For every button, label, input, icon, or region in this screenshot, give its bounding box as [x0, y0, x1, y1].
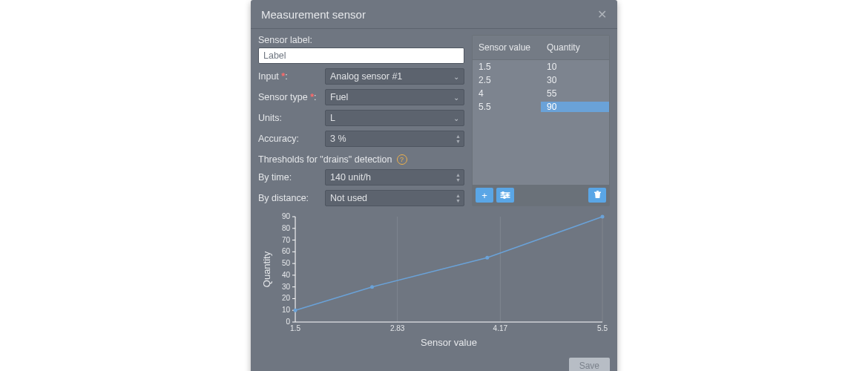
dialog-body: Sensor label: Label Input *: Analog sens… — [251, 29, 617, 355]
table-row[interactable]: 4 55 — [473, 87, 609, 100]
dialog-footer: Save — [251, 355, 617, 371]
accuracy-group: Accuracy: 3 % ▲▼ — [258, 131, 464, 147]
sensor-label-group: Sensor label: Label — [258, 35, 464, 64]
save-button[interactable]: Save — [569, 358, 610, 371]
thresholds-caption: Thresholds for "drains" detection — [258, 154, 392, 165]
cell-quantity: 55 — [541, 88, 609, 99]
by-distance-value: Not used — [330, 193, 367, 203]
help-icon[interactable]: ? — [397, 154, 407, 165]
spinner-icon[interactable]: ▲▼ — [456, 191, 461, 206]
trash-icon — [594, 190, 602, 201]
cell-quantity: 90 — [541, 102, 609, 112]
table-row[interactable]: 2.5 30 — [473, 73, 609, 87]
sensor-label-caption: Sensor label: — [258, 35, 464, 45]
chevron-down-icon: ⌄ — [453, 114, 459, 122]
svg-text:0: 0 — [286, 318, 290, 326]
svg-point-40 — [485, 256, 489, 260]
input-group: Input *: Analog sensor #1 ⌄ — [258, 68, 464, 85]
measurement-sensor-dialog: Measurement sensor ✕ Sensor label: Label… — [251, 0, 617, 371]
spinner-icon[interactable]: ▲▼ — [456, 170, 461, 185]
svg-text:90: 90 — [282, 212, 291, 220]
form-column: Sensor label: Label Input *: Analog sens… — [258, 35, 464, 206]
units-group: Units: L ⌄ — [258, 110, 464, 126]
settings-button[interactable] — [496, 188, 514, 203]
svg-text:Quantity: Quantity — [261, 251, 272, 287]
units-value: L — [330, 113, 335, 123]
sensor-type-select[interactable]: Fuel ⌄ — [325, 89, 464, 105]
svg-point-5 — [504, 196, 506, 198]
col-quantity: Quantity — [541, 42, 609, 53]
top-row: Sensor label: Label Input *: Analog sens… — [258, 35, 610, 206]
chevron-down-icon: ⌄ — [453, 93, 459, 102]
svg-text:2.83: 2.83 — [390, 324, 405, 332]
input-value: Analog sensor #1 — [330, 71, 402, 82]
plus-icon: + — [481, 190, 487, 201]
svg-point-3 — [502, 191, 504, 194]
table-row[interactable]: 1.5 10 — [473, 60, 609, 73]
svg-text:80: 80 — [282, 224, 291, 232]
units-select[interactable]: L ⌄ — [325, 110, 464, 126]
table-toolbar: + — [473, 185, 609, 206]
cell-sensor-value: 4 — [473, 88, 541, 99]
by-distance-input[interactable]: Not used ▲▼ — [325, 190, 464, 206]
sensor-type-caption: Sensor type *: — [258, 92, 320, 102]
accuracy-input[interactable]: 3 % ▲▼ — [325, 131, 464, 147]
dialog-header: Measurement sensor ✕ — [251, 0, 617, 29]
dialog-title: Measurement sensor — [261, 8, 366, 21]
input-select[interactable]: Analog sensor #1 ⌄ — [325, 68, 464, 85]
spinner-icon[interactable]: ▲▼ — [456, 131, 461, 146]
calibration-table: Sensor value Quantity 1.5 10 2.5 30 4 55 — [472, 35, 610, 206]
svg-rect-7 — [596, 191, 599, 192]
col-sensor-value: Sensor value — [473, 42, 541, 53]
svg-point-39 — [370, 285, 374, 289]
svg-text:1.5: 1.5 — [290, 324, 300, 332]
delete-row-button[interactable] — [588, 188, 606, 203]
units-caption: Units: — [258, 113, 320, 123]
svg-text:40: 40 — [282, 271, 291, 279]
sensor-type-value: Fuel — [330, 92, 348, 102]
add-row-button[interactable]: + — [476, 188, 493, 203]
sensor-label-value: Label — [263, 50, 286, 61]
svg-text:5.5: 5.5 — [597, 324, 608, 332]
svg-point-38 — [294, 309, 297, 312]
cell-sensor-value: 2.5 — [473, 75, 541, 85]
calibration-chart: 1.52.834.175.50102030405060708090Sensor … — [258, 211, 610, 350]
svg-text:20: 20 — [282, 294, 291, 302]
table-header: Sensor value Quantity — [473, 36, 609, 60]
by-time-value: 140 unit/h — [330, 172, 371, 183]
chevron-down-icon: ⌄ — [453, 73, 459, 81]
cell-sensor-value: 5.5 — [473, 102, 541, 112]
by-time-group: By time: 140 unit/h ▲▼ — [258, 169, 464, 186]
table-row[interactable]: 5.5 90 — [473, 100, 609, 114]
cell-quantity: 10 — [541, 62, 609, 72]
by-time-input[interactable]: 140 unit/h ▲▼ — [325, 169, 464, 186]
by-time-caption: By time: — [258, 172, 320, 183]
accuracy-value: 3 % — [330, 134, 346, 144]
sensor-label-input[interactable]: Label — [258, 47, 464, 64]
svg-rect-6 — [594, 191, 601, 192]
svg-text:50: 50 — [282, 259, 291, 267]
settings-icon — [500, 190, 510, 201]
close-icon[interactable]: ✕ — [597, 7, 607, 22]
svg-point-41 — [601, 215, 605, 219]
table-body: 1.5 10 2.5 30 4 55 5.5 90 — [473, 60, 609, 185]
svg-text:30: 30 — [282, 283, 291, 291]
svg-text:10: 10 — [282, 306, 291, 314]
svg-text:70: 70 — [282, 236, 291, 244]
thresholds-caption-row: Thresholds for "drains" detection ? — [258, 154, 464, 165]
cell-sensor-value: 1.5 — [473, 62, 541, 72]
by-distance-group: By distance: Not used ▲▼ — [258, 190, 464, 206]
cell-quantity: 30 — [541, 75, 609, 85]
svg-text:Sensor value: Sensor value — [421, 337, 477, 348]
input-caption: Input *: — [258, 71, 320, 82]
accuracy-caption: Accuracy: — [258, 134, 320, 144]
sensor-type-group: Sensor type *: Fuel ⌄ — [258, 89, 464, 105]
by-distance-caption: By distance: — [258, 193, 320, 203]
svg-text:60: 60 — [282, 247, 291, 255]
svg-point-4 — [507, 194, 509, 196]
svg-text:4.17: 4.17 — [493, 324, 508, 332]
